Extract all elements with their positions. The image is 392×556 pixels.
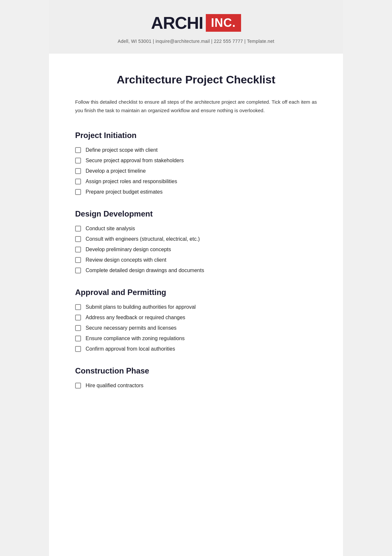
checkbox-icon[interactable] (75, 346, 81, 352)
intro-paragraph: Follow this detailed checklist to ensure… (75, 98, 317, 115)
list-item[interactable]: Secure project approval from stakeholder… (75, 158, 317, 164)
logo-inc-text: INC. (206, 14, 241, 32)
checklist-item-label: Assign project roles and responsibilitie… (86, 179, 177, 184)
list-item[interactable]: Conduct site analysis (75, 226, 317, 232)
checklist-item-label: Consult with engineers (structural, elec… (86, 236, 200, 242)
sections-container: Project InitiationDefine project scope w… (75, 131, 317, 389)
checkbox-icon[interactable] (75, 247, 81, 252)
checklist-approval-permitting: Submit plans to building authorities for… (75, 304, 317, 352)
checkbox-icon[interactable] (75, 268, 81, 273)
checklist-design-development: Conduct site analysisConsult with engine… (75, 226, 317, 273)
header: ARCHI INC. Adell, WI 53001 | inquire@arc… (49, 0, 343, 54)
checklist-item-label: Prepare project budget estimates (86, 189, 163, 195)
section-title-approval-permitting: Approval and Permitting (75, 288, 317, 297)
checklist-item-label: Review design concepts with client (86, 257, 166, 263)
checklist-item-label: Secure project approval from stakeholder… (86, 158, 184, 164)
checkbox-icon[interactable] (75, 304, 81, 310)
section-title-project-initiation: Project Initiation (75, 131, 317, 140)
checkbox-icon[interactable] (75, 168, 81, 174)
checklist-item-label: Confirm approval from local authorities (86, 346, 175, 352)
checklist-item-label: Develop preliminary design concepts (86, 247, 171, 252)
checklist-construction-phase: Hire qualified contractors (75, 383, 317, 389)
list-item[interactable]: Develop a project timeline (75, 168, 317, 174)
document-title: Architecture Project Checklist (75, 73, 317, 86)
checklist-project-initiation: Define project scope with clientSecure p… (75, 147, 317, 195)
list-item[interactable]: Consult with engineers (structural, elec… (75, 236, 317, 242)
section-project-initiation: Project InitiationDefine project scope w… (75, 131, 317, 195)
list-item[interactable]: Prepare project budget estimates (75, 189, 317, 195)
list-item[interactable]: Assign project roles and responsibilitie… (75, 179, 317, 184)
list-item[interactable]: Submit plans to building authorities for… (75, 304, 317, 310)
page: ARCHI INC. Adell, WI 53001 | inquire@arc… (49, 0, 343, 556)
checklist-item-label: Hire qualified contractors (86, 383, 143, 389)
header-contact: Adell, WI 53001 | inquire@architecture.m… (56, 39, 336, 44)
checkbox-icon[interactable] (75, 147, 81, 153)
logo-area: ARCHI INC. (56, 13, 336, 33)
checklist-item-label: Define project scope with client (86, 147, 158, 153)
section-approval-permitting: Approval and PermittingSubmit plans to b… (75, 288, 317, 352)
main-content: Architecture Project Checklist Follow th… (49, 54, 343, 423)
section-title-construction-phase: Construction Phase (75, 366, 317, 375)
checklist-item-label: Develop a project timeline (86, 168, 146, 174)
checkbox-icon[interactable] (75, 179, 81, 184)
list-item[interactable]: Confirm approval from local authorities (75, 346, 317, 352)
checklist-item-label: Address any feedback or required changes (86, 315, 185, 321)
checklist-item-label: Ensure compliance with zoning regulation… (86, 336, 185, 341)
section-title-design-development: Design Development (75, 209, 317, 218)
checklist-item-label: Secure necessary permits and licenses (86, 325, 176, 331)
checkbox-icon[interactable] (75, 383, 81, 389)
checkbox-icon[interactable] (75, 158, 81, 164)
checkbox-icon[interactable] (75, 257, 81, 263)
checkbox-icon[interactable] (75, 189, 81, 195)
checkbox-icon[interactable] (75, 315, 81, 321)
checkbox-icon[interactable] (75, 336, 81, 341)
section-design-development: Design DevelopmentConduct site analysisC… (75, 209, 317, 273)
logo-archi-text: ARCHI (151, 13, 203, 33)
list-item[interactable]: Ensure compliance with zoning regulation… (75, 336, 317, 341)
checkbox-icon[interactable] (75, 325, 81, 331)
list-item[interactable]: Secure necessary permits and licenses (75, 325, 317, 331)
list-item[interactable]: Define project scope with client (75, 147, 317, 153)
checklist-item-label: Conduct site analysis (86, 226, 135, 232)
list-item[interactable]: Review design concepts with client (75, 257, 317, 263)
list-item[interactable]: Develop preliminary design concepts (75, 247, 317, 252)
list-item[interactable]: Hire qualified contractors (75, 383, 317, 389)
checklist-item-label: Complete detailed design drawings and do… (86, 268, 204, 273)
section-construction-phase: Construction PhaseHire qualified contrac… (75, 366, 317, 389)
list-item[interactable]: Complete detailed design drawings and do… (75, 268, 317, 273)
checkbox-icon[interactable] (75, 236, 81, 242)
checklist-item-label: Submit plans to building authorities for… (86, 304, 196, 310)
list-item[interactable]: Address any feedback or required changes (75, 315, 317, 321)
checkbox-icon[interactable] (75, 226, 81, 232)
